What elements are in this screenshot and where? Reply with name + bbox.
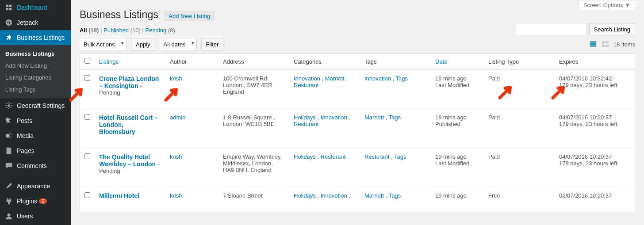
sidebar-item-posts[interactable]: Posts: [0, 113, 71, 128]
tags-cell: Innovation , Tags: [360, 70, 431, 109]
listing-type-cell: Paid: [484, 70, 555, 109]
sidebar-item-pages[interactable]: Pages: [0, 143, 71, 158]
tag-link[interactable]: Tags: [389, 192, 401, 199]
sidebar-label: Media: [17, 132, 34, 139]
sidebar-item-dashboard[interactable]: Dashboard: [0, 0, 71, 15]
settings-icon: [4, 101, 13, 110]
col-address: Address: [218, 53, 289, 70]
submenu-item-tags[interactable]: Listing Tags: [0, 84, 71, 95]
listing-title[interactable]: Crone Plaza London – Kensington: [99, 75, 159, 89]
submenu-item-add-new[interactable]: Add New Listing: [0, 60, 71, 72]
sidebar-item-media[interactable]: Media: [0, 128, 71, 143]
filter-button[interactable]: Filter: [201, 38, 224, 50]
table-row: Hotel Russell Cort – London, Bloomsburya…: [80, 109, 635, 148]
tag-link[interactable]: Resturant: [364, 153, 389, 160]
filter-published[interactable]: Published (10): [104, 27, 141, 34]
apply-button[interactable]: Apply: [131, 38, 155, 50]
date-filter-select[interactable]: All dates: [160, 38, 197, 50]
svg-point-0: [6, 19, 12, 26]
date-cell: 19 mins ago: [431, 187, 484, 212]
view-switch: 18 items: [589, 40, 635, 49]
category-link[interactable]: Resturant: [294, 82, 318, 88]
category-link[interactable]: Holidays: [294, 192, 316, 199]
col-categories: Categories: [289, 53, 360, 70]
row-checkbox[interactable]: [84, 114, 90, 120]
sidebar-label: Business Listings: [17, 34, 65, 41]
tag-link[interactable]: Tags: [389, 114, 401, 121]
date-cell: 19 mins agoLast Modified: [431, 148, 484, 187]
admin-sidebar: Dashboard Jetpack Business Listings Busi…: [0, 0, 71, 225]
category-link[interactable]: Innovation ,: [321, 192, 350, 199]
tag-link[interactable]: Tags: [396, 75, 408, 82]
sidebar-label: Jetpack: [17, 19, 38, 26]
sidebar-item-plugins[interactable]: Plugins 5: [0, 194, 71, 209]
category-link[interactable]: Holidays: [294, 114, 316, 121]
screen-options-button[interactable]: Screen Options ▼: [579, 0, 635, 10]
row-checkbox[interactable]: [84, 75, 90, 81]
sidebar-item-geocraft[interactable]: Geocraft Settings: [0, 98, 71, 113]
pin-icon: [4, 116, 13, 125]
category-link[interactable]: Holidays: [294, 153, 316, 160]
category-link[interactable]: Innovation: [321, 114, 347, 121]
tags-cell: Resturant , Tags: [360, 148, 431, 187]
row-checkbox[interactable]: [84, 153, 90, 159]
category-link[interactable]: Resturant: [321, 153, 345, 160]
listing-type-cell: Free: [484, 187, 555, 212]
add-new-button[interactable]: Add New Listing: [164, 11, 215, 21]
author-link[interactable]: krish: [170, 153, 182, 160]
submenu-item-categories[interactable]: Listing Categories: [0, 72, 71, 84]
col-author: Author: [165, 53, 218, 70]
sidebar-label: Posts: [17, 117, 32, 124]
col-tags: Tags: [360, 53, 431, 70]
listing-title[interactable]: Hotel Russell Cort – London, Bloomsbury: [99, 114, 158, 135]
pin-icon: [4, 33, 13, 42]
table-row: Crone Plaza London – Kensington - Pendin…: [80, 70, 635, 109]
select-all-checkbox[interactable]: [84, 58, 90, 64]
listing-title[interactable]: Millenni Hotel: [99, 192, 139, 199]
items-count: 18 items: [613, 41, 635, 48]
sidebar-label: Plugins: [17, 198, 37, 205]
sidebar-item-users[interactable]: Users: [0, 209, 71, 224]
date-cell: 19 mins agoLast Modified: [431, 70, 484, 109]
sidebar-label: Users: [17, 213, 33, 220]
tag-link[interactable]: Innovation: [364, 75, 391, 82]
listing-title[interactable]: The Quality Hotel Wembley – London: [99, 153, 156, 168]
author-link[interactable]: krish: [170, 192, 182, 199]
bulk-actions-select[interactable]: Bulk Actions: [80, 38, 126, 50]
tablenav: Bulk Actions Apply All dates Filter 18 i…: [80, 38, 635, 50]
tag-link[interactable]: Marriott: [364, 114, 384, 121]
search-box: Search Listing: [516, 23, 635, 35]
col-date[interactable]: Date: [435, 58, 447, 65]
category-link[interactable]: Innovation: [294, 75, 320, 82]
excerpt-view-icon[interactable]: [601, 40, 610, 49]
filter-pending[interactable]: Pending (8): [145, 27, 175, 34]
author-link[interactable]: krish: [170, 75, 182, 82]
tag-link[interactable]: Marriott: [364, 192, 384, 199]
col-listing-type: Listing Type: [484, 53, 555, 70]
listing-type-cell: Paid: [484, 109, 555, 148]
row-checkbox[interactable]: [84, 192, 90, 198]
search-button[interactable]: Search Listing: [589, 23, 635, 35]
brush-icon: [4, 182, 13, 191]
category-link[interactable]: Resturant: [294, 121, 318, 127]
col-listings[interactable]: Listings: [99, 58, 119, 65]
categories-cell: Innovation , Marriott , Resturant: [289, 70, 360, 109]
sidebar-item-jetpack[interactable]: Jetpack: [0, 15, 71, 30]
sidebar-item-comments[interactable]: Comments: [0, 158, 71, 173]
sidebar-item-appearance[interactable]: Appearance: [0, 179, 71, 194]
expires-cell: 02/07/2016 10:20:37: [555, 187, 635, 212]
date-cell: 19 mins agoPublished: [431, 109, 484, 148]
submenu-item-listings[interactable]: Business Listings: [0, 48, 71, 60]
dashboard-icon: [4, 3, 13, 12]
filter-all[interactable]: All (18): [80, 27, 99, 34]
sidebar-item-business-listings[interactable]: Business Listings: [0, 30, 71, 45]
list-view-icon[interactable]: [589, 40, 598, 49]
svg-point-1: [8, 104, 10, 107]
tag-link[interactable]: Tags: [394, 153, 406, 160]
category-link[interactable]: Marriott: [325, 75, 345, 82]
author-link[interactable]: admin: [170, 114, 185, 121]
jetpack-icon: [4, 18, 13, 27]
search-input[interactable]: [516, 23, 586, 35]
expires-cell: 04/07/2016 10:20:37179 days, 23 hours le…: [555, 109, 635, 148]
categories-cell: Holidays , Innovation , Resturant: [289, 109, 360, 148]
